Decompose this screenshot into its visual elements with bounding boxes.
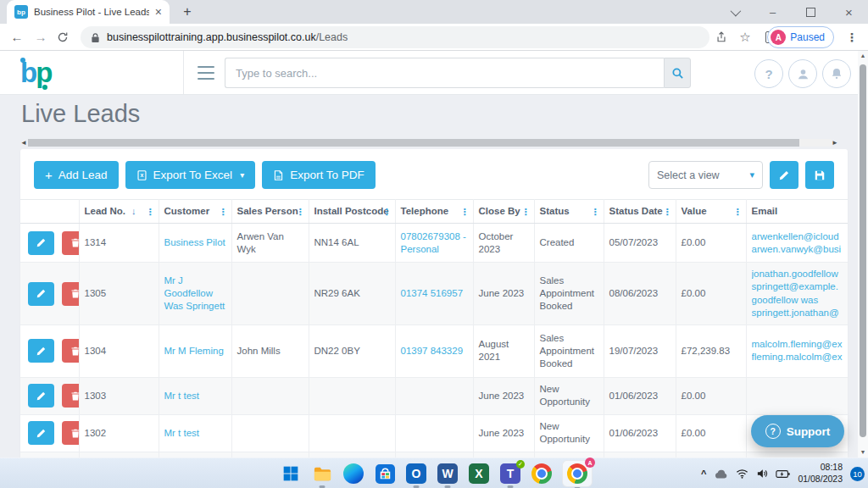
horizontal-scrollbar[interactable]: ◄ ► — [20, 139, 839, 147]
browser-scrollbar[interactable]: ▲ ▼ — [858, 51, 868, 458]
bookmark-star-icon[interactable]: ☆ — [734, 24, 756, 50]
taskbar-start-button[interactable] — [280, 463, 302, 485]
menu-hamburger-icon[interactable] — [198, 66, 214, 80]
col-sales-person[interactable]: Sales Person⋮ — [231, 200, 309, 224]
scroll-right-icon[interactable]: ► — [832, 139, 839, 147]
tray-chevron-icon[interactable]: ^ — [701, 469, 706, 479]
col-lead-no[interactable]: Lead No.↓⋮ — [79, 200, 159, 224]
email-link[interactable]: springett@example. — [752, 280, 843, 293]
edit-lead-button[interactable] — [28, 384, 54, 408]
col-status-date[interactable]: Status Date⋮ — [604, 200, 676, 224]
new-tab-button[interactable]: + — [180, 4, 195, 19]
tab-close-icon[interactable]: × — [155, 6, 162, 18]
column-menu-icon[interactable]: ⋮ — [296, 205, 305, 218]
search-button[interactable] — [664, 58, 691, 88]
customer-link[interactable]: Mr M Fleming — [164, 346, 224, 356]
taskbar-edge[interactable] — [342, 463, 364, 485]
column-menu-icon[interactable]: ⋮ — [591, 205, 600, 218]
col-customer[interactable]: Customer⋮ — [159, 200, 231, 224]
battery-icon[interactable] — [776, 469, 790, 479]
profile-paused-badge[interactable]: A Paused — [767, 26, 834, 48]
taskbar-outlook[interactable]: O — [405, 463, 427, 485]
window-minimize-icon[interactable]: – — [754, 6, 792, 19]
window-menu-chevron-icon[interactable] — [715, 6, 754, 19]
taskbar-clock[interactable]: 08:18 01/08/2023 — [798, 462, 843, 485]
email-link[interactable]: arwenkellen@icloud — [752, 230, 843, 243]
delete-lead-button[interactable] — [62, 339, 79, 363]
customer-link[interactable]: Mr t test — [164, 391, 200, 401]
col-close-by[interactable]: Close By⋮ — [473, 200, 534, 224]
email-link[interactable]: springett.jonathan@ — [752, 307, 843, 319]
notifications-button[interactable] — [822, 59, 851, 88]
url-bar[interactable]: businesspilottraining.app.businesspilot.… — [81, 26, 709, 48]
wifi-icon[interactable] — [736, 469, 748, 479]
horizontal-scroll-thumb[interactable] — [28, 139, 799, 147]
taskbar-file-explorer[interactable] — [311, 463, 333, 485]
support-button[interactable]: ? Support — [751, 415, 844, 447]
save-view-button[interactable] — [805, 161, 834, 189]
column-menu-icon[interactable]: ⋮ — [146, 205, 155, 218]
taskbar-excel[interactable]: X — [468, 463, 490, 485]
table-header-row: Lead No.↓⋮ Customer⋮ Sales Person⋮ Insta… — [20, 200, 848, 224]
column-menu-icon[interactable]: ⋮ — [663, 205, 672, 218]
col-telephone[interactable]: Telephone⋮ — [395, 200, 473, 224]
scroll-left-icon[interactable]: ◄ — [20, 139, 28, 147]
back-icon[interactable]: ← — [7, 24, 27, 50]
email-link[interactable]: goodfellow was — [752, 294, 843, 307]
email-link[interactable]: jonathan.goodfellow — [752, 268, 843, 280]
taskbar-word[interactable]: W — [437, 463, 459, 485]
customer-link[interactable]: Business Pilot — [164, 237, 225, 247]
col-install-postcode[interactable]: Install Postcode⋮ — [309, 200, 395, 224]
column-menu-icon[interactable]: ⋮ — [382, 205, 392, 218]
delete-lead-button[interactable] — [62, 231, 79, 255]
customer-link[interactable]: Mr J Goodfellow Was Springett — [164, 275, 225, 311]
email-link[interactable]: fleming.malcolm@ex — [752, 351, 843, 363]
share-icon[interactable] — [710, 24, 732, 50]
help-button[interactable]: ? — [754, 59, 783, 88]
email-link[interactable]: arwen.vanwyk@busi — [752, 243, 843, 256]
edit-view-button[interactable] — [770, 161, 798, 189]
window-close-icon[interactable]: × — [830, 5, 868, 19]
delete-lead-button[interactable] — [62, 384, 79, 408]
scroll-up-icon[interactable]: ▲ — [858, 51, 868, 61]
reload-icon[interactable] — [53, 24, 73, 50]
browser-menu-icon[interactable]: ⋮ — [841, 24, 863, 50]
export-pdf-button[interactable]: Export To PDF — [262, 161, 376, 189]
add-lead-button[interactable]: + Add Lead — [34, 161, 119, 189]
view-select[interactable]: Select a view ▾ — [648, 161, 763, 189]
col-email[interactable]: Email — [746, 200, 848, 224]
export-excel-button[interactable]: x Export To Excel ▾ — [125, 161, 256, 189]
window-restore-icon[interactable] — [792, 6, 830, 19]
column-menu-icon[interactable]: ⋮ — [460, 205, 470, 218]
phone-link[interactable]: 01397 843329 — [401, 346, 464, 356]
account-button[interactable] — [788, 59, 817, 88]
taskbar-store[interactable] — [374, 463, 396, 485]
column-menu-icon[interactable]: ⋮ — [733, 205, 743, 218]
col-status[interactable]: Status⋮ — [534, 200, 604, 224]
taskbar-chrome[interactable] — [531, 463, 553, 485]
column-menu-icon[interactable]: ⋮ — [219, 205, 228, 218]
delete-lead-button[interactable] — [62, 282, 79, 306]
business-pilot-logo[interactable]: bp — [20, 55, 71, 91]
search-input[interactable] — [225, 58, 664, 88]
phone-link[interactable]: 07802679308 - Personal — [401, 231, 466, 254]
speaker-icon[interactable] — [756, 469, 768, 479]
taskbar-teams[interactable]: T ✓ — [499, 463, 521, 485]
browser-tab[interactable]: bp Business Pilot - Live Leads × — [7, 0, 170, 24]
column-menu-icon[interactable]: ⋮ — [521, 205, 531, 218]
email-link[interactable]: malcolm.fleming@ex — [752, 338, 843, 351]
taskbar-chrome-active[interactable]: A — [562, 460, 593, 487]
edit-lead-button[interactable] — [28, 421, 54, 445]
customer-link[interactable]: Mr t test — [164, 428, 200, 438]
notification-count-badge[interactable]: 10 — [850, 467, 865, 481]
edit-lead-button[interactable] — [28, 282, 54, 306]
edit-lead-button[interactable] — [28, 339, 54, 363]
delete-lead-button[interactable] — [62, 421, 79, 445]
edit-lead-button[interactable] — [28, 231, 54, 255]
scroll-down-icon[interactable]: ▼ — [858, 447, 868, 458]
col-value[interactable]: Value⋮ — [676, 200, 746, 224]
phone-link[interactable]: 01374 516957 — [401, 288, 464, 298]
onedrive-icon[interactable] — [714, 469, 728, 480]
forward-icon[interactable]: → — [31, 24, 51, 50]
vertical-scroll-thumb[interactable] — [860, 64, 866, 437]
